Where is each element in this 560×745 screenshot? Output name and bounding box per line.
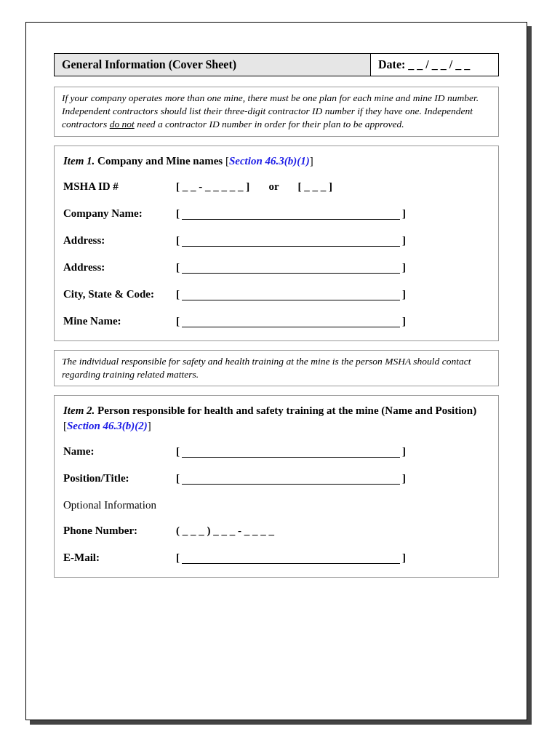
address1-row: Address: [ ] <box>63 234 489 247</box>
address1-field[interactable] <box>182 236 400 247</box>
bracket-open: [ <box>176 445 180 458</box>
note1-line2c: need a contractor ID number in order for… <box>135 119 404 130</box>
header-title: General Information (Cover Sheet) <box>55 54 371 76</box>
msha-id-row: MSHA ID # [ _ _ - _ _ _ _ _ ] or [ _ _ _… <box>63 180 489 193</box>
bracket-close: ] <box>402 234 406 247</box>
bracket-close: ] <box>148 420 151 431</box>
bracket-close: ] <box>402 551 406 564</box>
company-name-field[interactable] <box>182 209 400 220</box>
optional-info-label: Optional Information <box>63 499 489 511</box>
address2-row: Address: [ ] <box>63 261 489 274</box>
mine-name-label: Mine Name: <box>63 315 176 327</box>
bracket-close: ] <box>402 445 406 458</box>
bracket-open: [ <box>176 315 180 327</box>
position-row: Position/Title: [ ] <box>63 472 489 485</box>
name-field[interactable] <box>182 447 400 458</box>
note1-line2b: contractors <box>62 119 110 130</box>
email-label: E-Mail: <box>63 551 176 564</box>
item2-title: Person responsible for health and safety… <box>97 405 476 416</box>
item2-heading: Item 2. Person responsible for health an… <box>63 403 489 434</box>
note-box-1: If your company operates more than one m… <box>54 87 499 137</box>
phone-value: ( _ _ _ ) _ _ _ - _ _ _ _ <box>176 525 274 537</box>
bracket-open: [ <box>176 207 180 220</box>
bracket-open: [ <box>176 551 180 564</box>
header-row: General Information (Cover Sheet) Date: … <box>54 53 499 76</box>
mine-name-field[interactable] <box>182 316 400 327</box>
bracket-open: [ <box>176 261 180 274</box>
header-date: Date: _ _ / _ _ / _ _ <box>371 54 498 76</box>
bracket-open: [ <box>176 234 180 247</box>
city-label: City, State & Code: <box>63 288 176 300</box>
bracket-open: [ <box>176 472 180 485</box>
city-row: City, State & Code: [ ] <box>63 288 489 300</box>
msha-id-value: [ _ _ - _ _ _ _ _ ] or [ _ _ _ ] <box>176 180 332 193</box>
bracket-close: ] <box>402 288 406 300</box>
item1-heading: Item 1. Company and Mine names [Section … <box>63 154 489 169</box>
msha-id-label: MSHA ID # <box>63 180 176 193</box>
email-row: E-Mail: [ ] <box>63 551 489 564</box>
note1-underlined: do not <box>110 119 135 130</box>
bracket-close: ] <box>310 155 313 167</box>
bracket-close: ] <box>402 315 406 327</box>
position-field[interactable] <box>182 474 400 485</box>
city-field[interactable] <box>182 290 400 300</box>
bracket-open: [ <box>176 288 180 300</box>
bracket-close: ] <box>402 472 406 485</box>
email-field[interactable] <box>182 554 400 565</box>
form-page: General Information (Cover Sheet) Date: … <box>25 22 527 720</box>
item2-section-ref: Section 46.3(b)(2) <box>67 420 148 431</box>
phone-label: Phone Number: <box>63 525 176 537</box>
company-name-row: Company Name: [ ] <box>63 207 489 220</box>
phone-row: Phone Number: ( _ _ _ ) _ _ _ - _ _ _ _ <box>63 525 489 537</box>
item2-label: Item 2. <box>63 405 95 416</box>
name-row: Name: [ ] <box>63 445 489 458</box>
item1-section-ref: Section 46.3(b)(1) <box>229 155 310 167</box>
note2-text: The individual responsible for safety an… <box>62 356 471 380</box>
address2-field[interactable] <box>182 263 400 274</box>
bracket-close: ] <box>402 207 406 220</box>
address1-label: Address: <box>63 234 176 247</box>
item1-title: Company and Mine names <box>97 155 223 167</box>
position-label: Position/Title: <box>63 472 176 485</box>
page-container: General Information (Cover Sheet) Date: … <box>25 22 527 720</box>
item1-box: Item 1. Company and Mine names [Section … <box>54 146 499 341</box>
note1-line2a: Independent contractors should list thei… <box>62 105 473 116</box>
company-name-label: Company Name: <box>63 207 176 220</box>
item1-label: Item 1. <box>63 155 95 167</box>
address2-label: Address: <box>63 261 176 274</box>
note-box-2: The individual responsible for safety an… <box>54 350 499 386</box>
mine-name-row: Mine Name: [ ] <box>63 315 489 327</box>
note1-line1: If your company operates more than one m… <box>62 92 479 103</box>
bracket-close: ] <box>402 261 406 274</box>
item2-box: Item 2. Person responsible for health an… <box>54 395 499 578</box>
name-label: Name: <box>63 445 176 458</box>
